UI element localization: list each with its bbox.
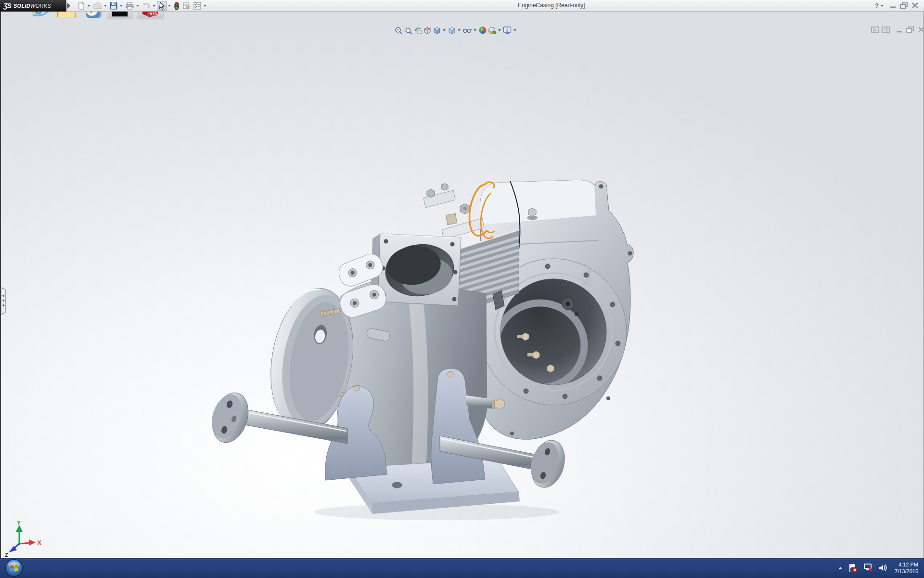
graphics-viewport[interactable]: Y X Z *Dimetric: [0, 12, 924, 558]
clock-date: 7/13/2015: [895, 568, 918, 575]
rebuild-traffic-light-icon: [174, 2, 180, 10]
zoom-to-fit-icon: [394, 26, 403, 35]
engine-casing-model[interactable]: [1, 24, 924, 569]
file-properties-icon: [182, 2, 191, 10]
open-dropdown[interactable]: [104, 5, 107, 7]
undo-icon: [142, 2, 150, 10]
solidworks-logo: ƷS SOLIDWORKS: [0, 0, 66, 12]
volume-button[interactable]: [878, 563, 887, 573]
save-icon: [110, 2, 117, 10]
edit-appearance-icon: [478, 26, 487, 35]
window-controls: ?: [875, 1, 921, 10]
solidworks-logo-text-bold: SOLID: [13, 3, 30, 9]
print-dropdown[interactable]: [136, 5, 139, 7]
volume-icon: [878, 563, 887, 573]
solidworks-logo-mark: ƷS: [3, 2, 11, 10]
solidworks-logo-text-light: WORKS: [30, 3, 51, 9]
hide-show-items-icon: [462, 26, 472, 35]
save-dropdown[interactable]: [120, 5, 123, 7]
options-dropdown[interactable]: [204, 5, 206, 7]
help-dropdown[interactable]: [881, 5, 884, 7]
collapse-right-pane-button[interactable]: [881, 26, 891, 34]
apply-scene-button[interactable]: [488, 26, 497, 35]
view-settings-dropdown[interactable]: [513, 29, 516, 31]
display-style-icon: [448, 26, 456, 35]
display-style-dropdown[interactable]: [458, 29, 461, 31]
reference-triad: Y X Z: [1, 516, 44, 559]
options-button[interactable]: [192, 1, 203, 11]
main-toolbar: [76, 0, 208, 11]
apply-scene-dropdown[interactable]: [498, 29, 501, 31]
clock-time: 4:12 PM: [895, 561, 918, 568]
help-button[interactable]: ?: [875, 2, 879, 9]
previous-view-button[interactable]: [413, 26, 423, 35]
select-dropdown[interactable]: [168, 5, 171, 7]
edit-appearance-button[interactable]: [478, 26, 488, 35]
collapse-left-pane-button[interactable]: [870, 26, 881, 34]
zoom-to-fit-button[interactable]: [394, 26, 403, 35]
document-window-controls: [870, 26, 924, 34]
taskbar: [0, 558, 924, 578]
document-close-button[interactable]: [916, 26, 924, 34]
hide-show-items-button[interactable]: [462, 26, 473, 35]
new-document-dropdown[interactable]: [88, 5, 90, 7]
print-icon: [126, 2, 134, 10]
view-orientation-button[interactable]: [432, 26, 442, 35]
section-view-button[interactable]: [423, 26, 432, 35]
triad-z-label: Z: [5, 552, 8, 558]
title-bar: ƷS SOLIDWORKS EngineCasing: [0, 0, 924, 12]
open-icon: [93, 2, 102, 10]
new-document-icon: [77, 2, 85, 10]
action-center-button[interactable]: [848, 563, 858, 573]
save-button[interactable]: [108, 1, 119, 11]
options-icon: [193, 2, 201, 10]
triad-y-label: Y: [17, 520, 21, 526]
show-hidden-icons-icon: [837, 565, 843, 570]
section-view-icon: [423, 26, 432, 35]
feature-manager-collapsed-tab[interactable]: [1, 288, 7, 315]
zoom-to-area-icon: [404, 26, 412, 35]
display-style-button[interactable]: [447, 26, 457, 35]
taskbar-clock[interactable]: 4:12 PM 7/13/2015: [895, 561, 918, 575]
undo-button[interactable]: [141, 1, 152, 11]
undo-dropdown[interactable]: [153, 5, 155, 7]
network-disconnected-icon: [862, 563, 873, 573]
new-document-button[interactable]: [76, 1, 87, 11]
close-button[interactable]: [910, 1, 921, 10]
system-tray: 4:12 PM 7/13/2015: [835, 558, 920, 578]
windows-start-orb-icon: [5, 559, 23, 577]
zoom-to-area-button[interactable]: [403, 26, 413, 35]
network-status-button[interactable]: [862, 563, 873, 573]
open-button[interactable]: [92, 1, 103, 11]
solidworks-year: 2015: [147, 12, 157, 16]
start-button[interactable]: [3, 558, 25, 578]
print-button[interactable]: [124, 1, 135, 11]
hide-show-items-dropdown[interactable]: [474, 29, 476, 31]
select-button[interactable]: [157, 1, 167, 11]
restore-button[interactable]: [898, 1, 910, 10]
previous-view-icon: [413, 26, 422, 35]
toolbar-flyout-arrow[interactable]: [67, 3, 70, 9]
document-minimize-button[interactable]: [894, 26, 905, 34]
action-center-flag-icon: [848, 563, 858, 573]
show-hidden-icons-button[interactable]: [837, 565, 843, 570]
apply-scene-icon: [488, 26, 497, 35]
document-restore-button[interactable]: [905, 26, 916, 34]
view-settings-icon: [503, 26, 512, 35]
file-properties-button[interactable]: [181, 1, 192, 11]
view-settings-button[interactable]: [502, 26, 513, 35]
rebuild-button[interactable]: [172, 1, 181, 11]
view-orientation-dropdown[interactable]: [443, 29, 446, 31]
view-orientation-icon: [433, 26, 441, 35]
minimize-button[interactable]: [888, 1, 898, 10]
heads-up-view-toolbar: [394, 26, 518, 35]
triad-x-label: X: [38, 539, 41, 546]
select-cursor-icon: [158, 2, 166, 10]
window-title: EngineCasing [Read-only]: [518, 2, 585, 9]
